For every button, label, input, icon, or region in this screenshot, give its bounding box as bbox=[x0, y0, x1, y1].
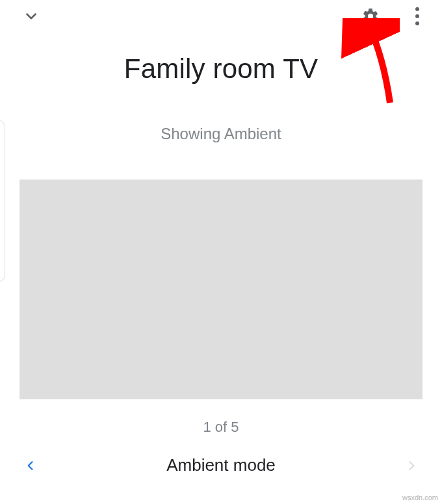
ambient-preview[interactable] bbox=[20, 179, 422, 399]
back-button[interactable] bbox=[18, 3, 44, 29]
gear-icon bbox=[361, 7, 380, 25]
next-mode-button[interactable] bbox=[403, 459, 420, 472]
more-options-button[interactable] bbox=[404, 3, 430, 29]
chevron-left-icon bbox=[24, 459, 37, 472]
settings-button[interactable] bbox=[358, 3, 384, 29]
side-drawer-indicator bbox=[0, 120, 5, 282]
device-title: Family room TV bbox=[0, 53, 442, 85]
mode-row: Ambient mode bbox=[0, 455, 442, 475]
page-indicator: 1 of 5 bbox=[0, 419, 442, 436]
more-vert-icon bbox=[415, 7, 419, 25]
chevron-right-icon bbox=[405, 459, 418, 472]
watermark: wsxdn.com bbox=[402, 494, 438, 501]
top-bar bbox=[0, 0, 442, 29]
chevron-down-icon bbox=[23, 8, 40, 25]
mode-label: Ambient mode bbox=[39, 455, 403, 475]
prev-mode-button[interactable] bbox=[22, 459, 39, 472]
device-status: Showing Ambient bbox=[0, 125, 442, 143]
